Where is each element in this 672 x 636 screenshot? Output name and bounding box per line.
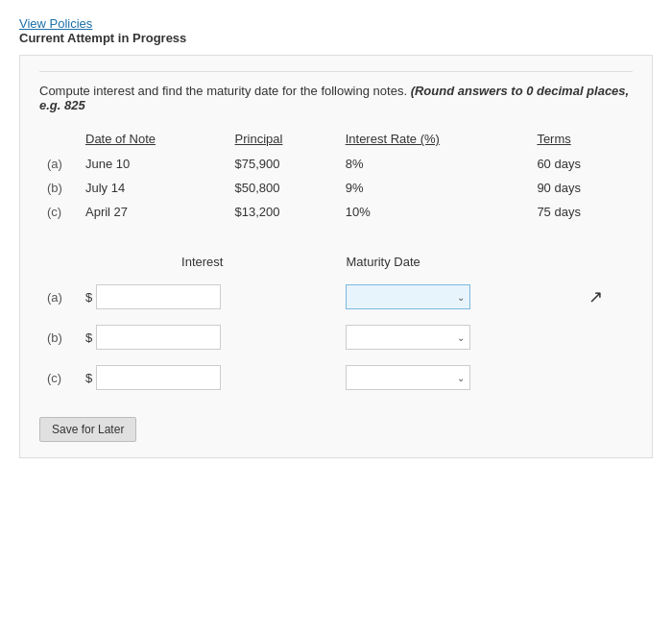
col-date-of-note: Date of Note — [78, 128, 228, 152]
row-b-label: (b) — [39, 176, 78, 200]
col-label-blank — [39, 128, 78, 152]
view-policies-link[interactable]: View Policies — [19, 16, 92, 31]
maturity-select-wrap-c: ⌄ — [346, 365, 470, 390]
row-b-date: July 14 — [78, 176, 228, 200]
row-a-date: June 10 — [78, 152, 228, 176]
table-row: (c) April 27 $13,200 10% 75 days — [39, 200, 633, 224]
row-a-terms: 60 days — [529, 152, 633, 176]
save-for-later-button[interactable]: Save for Later — [39, 417, 136, 442]
main-section: Compute interest and find the maturity d… — [19, 55, 653, 458]
current-attempt-label: Current Attempt in Progress — [19, 31, 653, 45]
ans-row-c-maturity-cell: ⌄ — [326, 357, 577, 398]
table-row: (a) June 10 $75,900 8% 60 days — [39, 152, 633, 176]
ans-row-c-label: (c) — [39, 357, 78, 398]
instructions: Compute interest and find the maturity d… — [39, 71, 633, 112]
ans-col-extra — [577, 251, 633, 277]
instructions-text: Compute interest and find the maturity d… — [39, 84, 407, 98]
ans-row-a-interest-wrap: $ — [85, 284, 319, 309]
row-c-date: April 27 — [78, 200, 228, 224]
cursor-arrow-icon: ↗ — [588, 287, 603, 306]
row-b-principal: $50,800 — [228, 176, 338, 200]
row-b-terms: 90 days — [529, 176, 633, 200]
ans-row-c-interest-wrap: $ — [85, 365, 319, 390]
ans-row-b-interest-cell: $ — [78, 317, 326, 357]
dollar-sign-b: $ — [85, 330, 92, 345]
ans-row-b-interest-wrap: $ — [85, 325, 319, 350]
col-principal: Principal — [228, 128, 338, 152]
row-a-principal: $75,900 — [228, 152, 338, 176]
reference-table: Date of Note Principal Interest Rate (%)… — [39, 128, 633, 224]
ans-row-b-maturity-cell: ⌄ — [326, 317, 577, 357]
col-terms: Terms — [529, 128, 633, 152]
page: View Policies Current Attempt in Progres… — [0, 0, 672, 636]
empty-cell-c — [577, 357, 633, 398]
empty-cell-b — [577, 317, 633, 357]
maturity-select-wrap-a: ⌄ — [346, 284, 470, 309]
maturity-select-c[interactable] — [346, 365, 470, 390]
ans-col-interest: Interest — [78, 251, 326, 277]
interest-input-a[interactable] — [96, 284, 221, 309]
interest-input-b[interactable] — [96, 325, 221, 350]
table-row: (b) July 14 $50,800 9% 90 days — [39, 176, 633, 200]
answer-row-c: (c) $ ⌄ — [39, 357, 633, 398]
ans-col-maturity: Maturity Date — [326, 251, 577, 277]
cursor-cell-a: ↗ — [577, 277, 633, 317]
ans-row-a-interest-cell: $ — [78, 277, 326, 317]
row-c-terms: 75 days — [529, 200, 633, 224]
answer-table: Interest Maturity Date (a) $ — [39, 251, 633, 398]
col-interest-rate: Interest Rate (%) — [338, 128, 530, 152]
ans-col-blank — [39, 251, 78, 277]
row-b-rate: 9% — [338, 176, 530, 200]
row-c-principal: $13,200 — [228, 200, 338, 224]
row-a-label: (a) — [39, 152, 78, 176]
ans-row-a-label: (a) — [39, 277, 78, 317]
row-a-rate: 8% — [338, 152, 530, 176]
answer-row-a: (a) $ ⌄ — [39, 277, 633, 317]
maturity-select-a[interactable] — [346, 284, 470, 309]
row-c-rate: 10% — [338, 200, 530, 224]
interest-input-c[interactable] — [96, 365, 221, 390]
answer-row-b: (b) $ ⌄ — [39, 317, 633, 357]
ans-row-b-label: (b) — [39, 317, 78, 357]
ans-row-c-interest-cell: $ — [78, 357, 326, 398]
ans-row-a-maturity-cell: ⌄ — [326, 277, 577, 317]
row-c-label: (c) — [39, 200, 78, 224]
maturity-select-b[interactable] — [346, 325, 470, 350]
dollar-sign-c: $ — [85, 371, 92, 385]
maturity-select-wrap-b: ⌄ — [346, 325, 470, 350]
dollar-sign-a: $ — [85, 290, 92, 305]
